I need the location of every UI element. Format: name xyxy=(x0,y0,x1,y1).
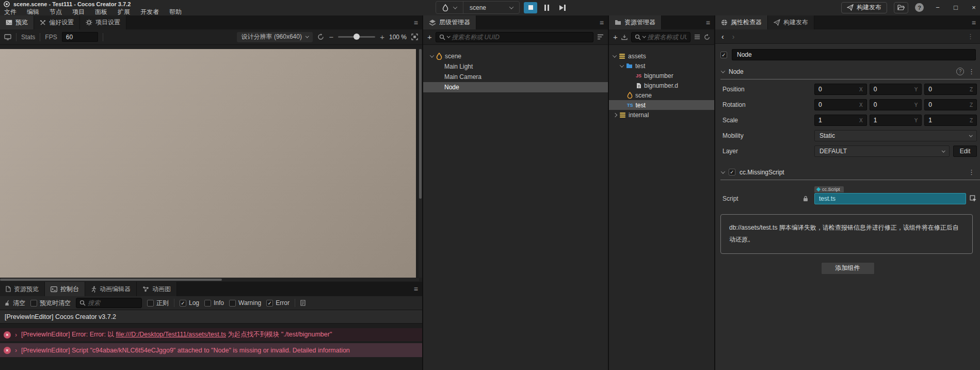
rotation-z-field[interactable]: 0Z xyxy=(924,99,977,110)
position-z-field[interactable]: 0Z xyxy=(924,84,977,95)
hierarchy-search[interactable] xyxy=(436,32,593,42)
chevron-down-icon[interactable] xyxy=(642,35,646,38)
scene-selector[interactable]: scene xyxy=(463,2,519,13)
zoom-slider-thumb[interactable] xyxy=(354,34,360,40)
console-search[interactable] xyxy=(76,298,142,308)
node-section-header[interactable]: Node ? ⋮ xyxy=(721,68,975,75)
assets-search[interactable] xyxy=(631,32,690,42)
missing-script-section-header[interactable]: ✓ cc.MissingScript ⋮ xyxy=(721,168,975,176)
vertical-scrollbar[interactable] xyxy=(419,49,422,278)
console-log-row[interactable]: [PreviewInEditor] Cocos Creator v3.7.2 xyxy=(0,310,422,324)
tab-assets[interactable]: 资源管理器 xyxy=(609,15,662,29)
collapse-icon[interactable] xyxy=(721,169,725,173)
clear-on-preview-toggle[interactable]: 预览时清空 xyxy=(30,299,71,308)
resolution-dropdown[interactable]: 设计分辨率 (960x640) xyxy=(237,32,313,42)
tree-row-test-folder[interactable]: test xyxy=(609,61,714,71)
tab-asset-preview[interactable]: 资源预览 xyxy=(0,282,45,296)
log-file-icon[interactable] xyxy=(300,300,306,306)
nav-menu-icon[interactable]: ⋮ xyxy=(967,33,974,40)
preview-target-dropdown[interactable] xyxy=(436,2,463,13)
filter-info-toggle[interactable]: Info xyxy=(204,299,224,307)
position-y-field[interactable]: 0Y xyxy=(870,84,922,95)
collapse-icon[interactable] xyxy=(620,63,624,67)
collapse-icon[interactable] xyxy=(721,69,725,73)
maximize-button[interactable]: □ xyxy=(953,4,959,11)
tree-row-scene[interactable]: scene xyxy=(423,51,608,61)
nav-back-button[interactable]: ‹ xyxy=(721,33,724,41)
close-button[interactable]: × xyxy=(971,4,977,11)
checkbox-checked[interactable]: ✓ xyxy=(266,300,273,307)
game-canvas[interactable] xyxy=(0,49,416,278)
panel-menu-icon[interactable]: ≡ xyxy=(972,15,976,29)
hierarchy-search-input[interactable] xyxy=(452,34,590,41)
pause-button[interactable] xyxy=(540,2,553,13)
zoom-slider[interactable] xyxy=(338,36,375,38)
tree-row-bignumber-d[interactable]: bignumber.d xyxy=(609,81,714,90)
tree-row-scene-asset[interactable]: scene xyxy=(609,90,714,100)
stop-button[interactable] xyxy=(524,2,537,13)
build-publish-button[interactable]: 构建发布 xyxy=(841,2,887,13)
horizontal-scrollbar[interactable] xyxy=(0,278,419,281)
checkbox-checked[interactable]: ✓ xyxy=(180,300,186,307)
checkbox-unchecked[interactable] xyxy=(30,300,37,307)
layer-dropdown[interactable]: DEFAULT xyxy=(814,146,950,157)
tree-row-main-camera[interactable]: Main Camera xyxy=(423,72,608,82)
mobility-dropdown[interactable]: Static xyxy=(814,130,977,141)
help-button[interactable]: ? xyxy=(915,3,924,12)
filter-error-toggle[interactable]: ✓ Error xyxy=(266,299,290,307)
tab-project-settings[interactable]: 项目设置 xyxy=(80,15,126,29)
minimize-button[interactable]: − xyxy=(935,4,941,11)
collapse-icon[interactable] xyxy=(613,53,617,57)
tab-preview[interactable]: 预览 xyxy=(0,15,34,29)
tree-row-test-ts-selected[interactable]: TS test xyxy=(609,100,714,110)
script-asset-field[interactable]: test.ts xyxy=(814,193,966,204)
console-error-row[interactable]: × › [PreviewInEditor] Script "c94abae/kN… xyxy=(0,343,422,357)
scale-z-field[interactable]: 1Z xyxy=(924,115,977,126)
regex-toggle[interactable]: 正则 xyxy=(147,299,169,308)
checkbox-unchecked[interactable] xyxy=(147,300,154,307)
import-icon[interactable] xyxy=(621,34,628,40)
tab-inspector[interactable]: 属性检查器 xyxy=(715,15,768,29)
section-menu-icon[interactable]: ⋮ xyxy=(968,168,975,176)
expand-icon[interactable]: › xyxy=(15,347,17,354)
console-error-row[interactable]: × › [PreviewInEditor] Error: Error: 以 fi… xyxy=(0,328,422,341)
zoom-out-button[interactable]: − xyxy=(329,33,333,41)
clear-console-button[interactable]: 清空 xyxy=(4,299,25,308)
panel-menu-icon[interactable]: ≡ xyxy=(600,15,604,29)
select-asset-icon[interactable] xyxy=(970,195,977,202)
tree-row-internal[interactable]: internal xyxy=(609,110,714,120)
device-icon[interactable] xyxy=(4,34,11,40)
section-menu-icon[interactable]: ⋮ xyxy=(968,68,975,75)
sort-list-icon[interactable] xyxy=(597,34,604,40)
panel-menu-icon[interactable]: ≡ xyxy=(414,15,418,29)
stats-label[interactable]: Stats xyxy=(21,34,35,41)
create-asset-button[interactable]: + xyxy=(613,33,618,41)
node-name-input[interactable] xyxy=(732,49,976,60)
tab-hierarchy[interactable]: 层级管理器 xyxy=(423,15,476,29)
panel-menu-icon[interactable]: ≡ xyxy=(414,282,418,296)
tab-console[interactable]: 控制台 xyxy=(45,282,85,296)
error-file-link[interactable]: file:///D:/Desktop/Test111/assets/test.t… xyxy=(116,331,226,338)
node-active-checkbox[interactable]: ✓ xyxy=(720,52,727,58)
help-icon[interactable]: ? xyxy=(956,68,964,75)
refresh-icon[interactable] xyxy=(704,34,710,40)
filter-log-toggle[interactable]: ✓ Log xyxy=(180,299,199,307)
rotation-y-field[interactable]: 0Y xyxy=(870,99,922,110)
vertical-scrollbar-thumb[interactable] xyxy=(419,49,422,199)
expand-icon[interactable]: › xyxy=(15,331,17,339)
checkbox-unchecked[interactable] xyxy=(204,300,211,307)
create-node-button[interactable]: + xyxy=(427,33,432,41)
fps-input[interactable] xyxy=(62,32,98,42)
tree-row-node-selected[interactable]: Node xyxy=(423,82,608,92)
tab-animation-editor[interactable]: 动画编辑器 xyxy=(85,282,137,296)
tab-preferences[interactable]: 偏好设置 xyxy=(34,15,80,29)
rotate-icon[interactable] xyxy=(317,34,324,40)
filter-warning-toggle[interactable]: Warning xyxy=(229,299,261,307)
tab-animation-graph[interactable]: 动画图 xyxy=(137,282,177,296)
scale-x-field[interactable]: 1X xyxy=(814,115,867,126)
collapse-icon[interactable] xyxy=(430,53,434,57)
tree-row-bignumber-js[interactable]: JS bignumber xyxy=(609,71,714,81)
chevron-down-icon[interactable] xyxy=(447,35,450,38)
fit-screen-icon[interactable] xyxy=(411,34,418,40)
component-enabled-checkbox[interactable]: ✓ xyxy=(729,169,735,175)
